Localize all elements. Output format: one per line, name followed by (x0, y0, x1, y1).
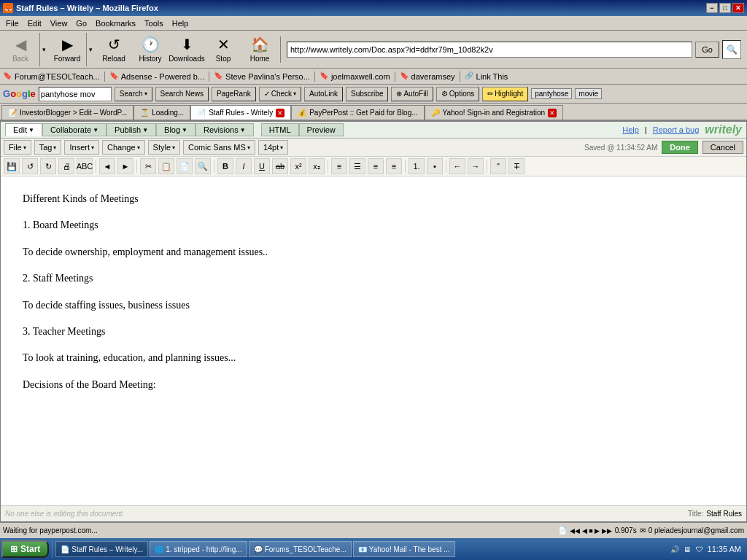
taskbar-item-3[interactable]: 📧 Yahoo! Mail - The best ... (353, 541, 455, 557)
remove-format-btn[interactable]: T̶ (508, 158, 525, 174)
subscript-btn[interactable]: x₂ (309, 158, 325, 174)
undo-btn[interactable]: ↺ (22, 158, 38, 174)
tab-3[interactable]: 💰 PayPerPost :: Get Paid for Blog... (291, 105, 424, 120)
tab-edit[interactable]: Edit ▼ (5, 123, 42, 136)
unordered-list-btn[interactable]: • (427, 158, 443, 174)
menu-view[interactable]: View (46, 18, 72, 29)
minimize-button[interactable]: − (706, 3, 718, 13)
tab-collaborate[interactable]: Collaborate ▼ (42, 123, 107, 136)
search-dropdown-icon: ▾ (144, 90, 147, 97)
print-btn[interactable]: 🖨 (58, 158, 74, 174)
bookmark-dave[interactable]: 🔖 daveramsey (400, 71, 455, 82)
email-display: 0 pleiadesjournal@gmail.com (649, 526, 744, 534)
outdent-btn[interactable]: ← (449, 158, 465, 174)
search-news-button[interactable]: Search News (155, 87, 209, 101)
downloads-button[interactable]: ⬇ Downloads (169, 33, 204, 66)
back-button[interactable]: ◀ Back (3, 33, 38, 66)
tab-0[interactable]: 📝 InvestorBlogger > Edit – WordP... (1, 105, 133, 120)
tabs-bar: 📝 InvestorBlogger > Edit – WordP... ⏳ Lo… (0, 104, 747, 121)
redo-btn[interactable]: ↻ (40, 158, 56, 174)
title-bar: 🦊 Staff Rules – Writely – Mozilla Firefo… (0, 0, 747, 16)
back-dropdown[interactable]: ▾ (39, 33, 48, 66)
align-right-btn[interactable]: ≡ (368, 158, 384, 174)
bold-btn[interactable]: B (217, 158, 233, 174)
tab-2[interactable]: 📄 Staff Rules - Writely ✕ (190, 105, 291, 120)
copy-btn[interactable]: 📋 (158, 158, 174, 174)
forward-dropdown[interactable]: ▾ (86, 33, 95, 66)
go-button[interactable]: Go (695, 42, 719, 58)
font-menu-btn[interactable]: Comic Sans MS ▾ (183, 140, 255, 155)
pagerank-button[interactable]: PageRank (212, 87, 256, 101)
style-menu-btn[interactable]: Style ▾ (148, 140, 180, 155)
bookmark-pavlina[interactable]: 🔖 Steve Pavlina's Perso... (214, 71, 310, 82)
cut-btn[interactable]: ✂ (140, 158, 156, 174)
justify-btn[interactable]: ≡ (386, 158, 402, 174)
strikethrough-btn[interactable]: ab (272, 158, 288, 174)
tab-publish[interactable]: Publish ▼ (107, 123, 156, 136)
subscribe-button[interactable]: Subscribe (346, 87, 388, 101)
tab-html[interactable]: HTML (261, 123, 299, 136)
tag-menu-arrow: ▾ (53, 144, 56, 151)
bookmark-adsense[interactable]: 🔖 Adsense - Powered b... (109, 71, 204, 82)
italic-btn[interactable]: I (236, 158, 252, 174)
check-button[interactable]: ✓ Check ▾ (259, 87, 301, 101)
help-link[interactable]: Help (622, 125, 639, 134)
paste-btn[interactable]: 📄 (177, 158, 193, 174)
highlight-button[interactable]: ✏ Highlight (482, 87, 528, 101)
autolink-button[interactable]: AutoLink (304, 87, 343, 101)
home-button[interactable]: 🏠 Home (242, 33, 277, 66)
search-button[interactable]: Search ▾ (115, 87, 152, 101)
redo2-btn[interactable]: ► (117, 158, 133, 174)
blockquote-btn[interactable]: " (490, 158, 506, 174)
tab-4-close[interactable]: ✕ (548, 109, 557, 117)
tab-4[interactable]: 🔑 Yahoo! Sign-in and Registration ✕ (425, 105, 563, 120)
bookmark-joel[interactable]: 🔖 joelmaxwell.com (320, 71, 390, 82)
indent-btn[interactable]: → (468, 158, 484, 174)
taskbar-item-1[interactable]: 🌐 1. stripped - http://ling... (150, 541, 247, 557)
menu-bookmarks[interactable]: Bookmarks (91, 18, 140, 29)
done-button[interactable]: Done (662, 141, 698, 154)
stop-button[interactable]: ✕ Stop (206, 33, 241, 66)
save-btn[interactable]: 💾 (4, 158, 20, 174)
options-button[interactable]: ⚙ Options (436, 87, 479, 101)
tab-revisions[interactable]: Revisions ▼ (196, 123, 254, 136)
spellcheck-btn[interactable]: ABC (77, 158, 93, 174)
editor-content[interactable]: Different Kinds of Meetings 1. Board Mee… (1, 176, 746, 505)
file-menu-btn[interactable]: File ▾ (4, 140, 31, 155)
bookmark-linkthis[interactable]: 🔗 Link This (465, 71, 508, 82)
taskbar-item-2[interactable]: 💬 Forums_TESOLTeache... (249, 541, 352, 557)
find-btn[interactable]: 🔍 (195, 158, 211, 174)
tab-blog[interactable]: Blog ▼ (156, 123, 196, 136)
reload-button[interactable]: ↺ Reload (96, 33, 131, 66)
autofill-button[interactable]: ⊕ AutoFill (391, 87, 433, 101)
menu-edit[interactable]: Edit (23, 18, 46, 29)
align-center-btn[interactable]: ☰ (349, 158, 365, 174)
menu-tools[interactable]: Tools (140, 18, 168, 29)
tab-preview[interactable]: Preview (299, 123, 344, 136)
google-search-input[interactable] (39, 87, 112, 101)
bookmark-forum[interactable]: 🔖 Forum@TESOLTeach... (3, 71, 100, 82)
restore-button[interactable]: □ (719, 3, 731, 13)
size-menu-btn[interactable]: 14pt ▾ (258, 140, 288, 155)
tag-menu-btn[interactable]: Tag ▾ (34, 140, 62, 155)
ordered-list-btn[interactable]: 1. (409, 158, 425, 174)
address-input[interactable] (287, 42, 692, 58)
underline-btn[interactable]: U (254, 158, 270, 174)
align-left-btn[interactable]: ≡ (331, 158, 347, 174)
close-button[interactable]: ✕ (732, 3, 744, 13)
undo2-btn[interactable]: ◄ (99, 158, 115, 174)
tab-1[interactable]: ⏳ Loading... (133, 105, 190, 120)
menu-go[interactable]: Go (71, 18, 91, 29)
history-button[interactable]: 🕐 History (133, 33, 168, 66)
insert-menu-btn[interactable]: Insert ▾ (64, 140, 99, 155)
menu-help[interactable]: Help (168, 18, 193, 29)
bug-link[interactable]: Report a bug (653, 125, 700, 134)
superscript-btn[interactable]: x² (290, 158, 306, 174)
tab-2-close[interactable]: ✕ (276, 109, 285, 117)
taskbar-item-0[interactable]: 📄 Staff Rules – Writely... (55, 541, 148, 557)
start-button[interactable]: ⊞ Start (1, 540, 49, 558)
change-menu-btn[interactable]: Change ▾ (102, 140, 145, 155)
forward-button[interactable]: ▶ Forward (50, 33, 85, 66)
menu-file[interactable]: File (1, 18, 23, 29)
cancel-button[interactable]: Cancel (703, 141, 743, 154)
